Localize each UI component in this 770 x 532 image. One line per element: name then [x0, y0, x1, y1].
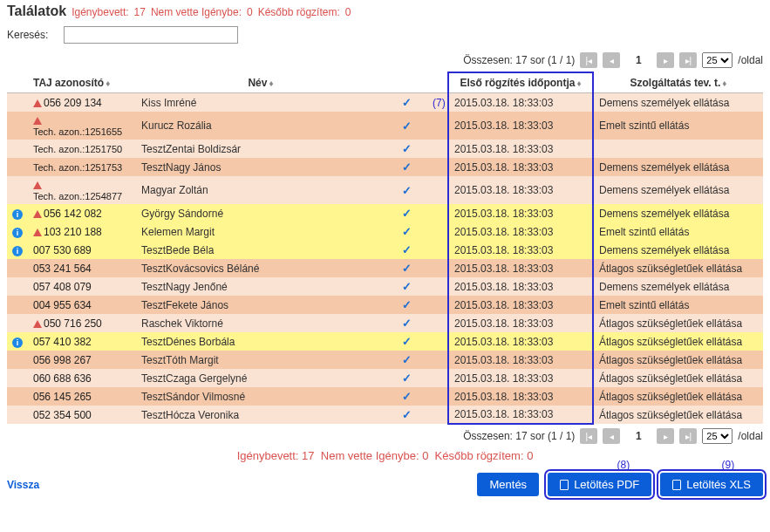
button-group: Mentés (8) Letöltés PDF (9) Letöltés XLS	[477, 473, 763, 496]
pager-last-button[interactable]: ▸|	[679, 428, 697, 444]
check-cell[interactable]: ✓	[385, 222, 427, 241]
check-cell[interactable]: ✓	[385, 241, 427, 259]
table-row[interactable]: 053 241 564TesztKovácsovics Béláné✓2015.…	[7, 259, 763, 277]
checkmark-icon: ✓	[402, 280, 412, 293]
info-cell[interactable]: i	[7, 222, 28, 241]
check-cell[interactable]: ✓	[385, 277, 427, 296]
annotation-cell	[427, 332, 448, 351]
pager-first-button[interactable]: |◂	[580, 52, 597, 68]
info-cell	[7, 387, 28, 406]
service-cell: Emelt szintű ellátás	[593, 222, 763, 241]
table-row[interactable]: 052 354 500TesztHócza Veronika✓2015.03.1…	[7, 406, 763, 424]
name-cell: Kurucz Rozália	[136, 112, 385, 140]
checkmark-icon: ✓	[402, 160, 412, 174]
pager-prev-button[interactable]: ◂	[603, 428, 620, 444]
checkmark-icon: ✓	[402, 317, 412, 330]
annotation-cell	[427, 176, 448, 204]
time-cell: 2015.03.18. 18:33:03	[448, 296, 593, 314]
bottom-bar: Vissza Mentés (8) Letöltés PDF (9) Letöl…	[7, 473, 763, 496]
table-row[interactable]: i056 142 082György Sándorné✓2015.03.18. …	[7, 204, 763, 222]
check-cell[interactable]: ✓	[385, 296, 427, 314]
table-row[interactable]: 056 145 265TesztSándor Vilmosné✓2015.03.…	[7, 387, 763, 406]
check-cell[interactable]: ✓	[385, 93, 427, 113]
col-name-header[interactable]: Név♦	[136, 72, 385, 93]
table-row[interactable]: i057 410 382TesztDénes Borbála✓2015.03.1…	[7, 332, 763, 351]
warning-icon	[33, 210, 42, 218]
time-cell: 2015.03.18. 18:33:03	[448, 140, 593, 158]
check-cell[interactable]: ✓	[385, 332, 427, 351]
checkmark-icon: ✓	[402, 142, 412, 155]
service-cell: Demens személyek ellátása	[593, 158, 763, 176]
annotation-cell	[427, 158, 448, 176]
download-pdf-button[interactable]: Letöltés PDF	[548, 473, 651, 496]
info-icon[interactable]: i	[12, 246, 23, 256]
pager-next-button[interactable]: ▸	[657, 52, 674, 68]
taj-text: 052 354 500	[33, 409, 92, 421]
pager-perpage-select[interactable]: 25	[702, 428, 733, 444]
table-row[interactable]: 056 209 134Kiss Imréné✓(7)2015.03.18. 18…	[7, 93, 763, 113]
info-cell	[7, 296, 28, 314]
stat-later-value: 0	[345, 6, 351, 18]
annotation-7: (7)	[433, 97, 446, 109]
info-cell	[7, 112, 28, 140]
table-row[interactable]: Tech. azon.:1251655Kurucz Rozália✓2015.0…	[7, 112, 763, 140]
table-row[interactable]: 057 408 079TesztNagy Jenőné✓2015.03.18. …	[7, 277, 763, 296]
col-time-header[interactable]: Első rögzítés időpontja♦	[448, 72, 593, 93]
check-cell[interactable]: ✓	[385, 140, 427, 158]
search-input[interactable]	[64, 26, 238, 44]
pager-last-button[interactable]: ▸|	[679, 52, 697, 68]
check-cell[interactable]: ✓	[385, 259, 427, 277]
col-taj-header[interactable]: TAJ azonosító♦	[28, 72, 136, 93]
save-button[interactable]: Mentés	[477, 473, 539, 496]
back-link[interactable]: Vissza	[7, 479, 39, 491]
service-cell: Emelt szintű ellátás	[593, 296, 763, 314]
pager-prev-button[interactable]: ◂	[603, 52, 620, 68]
table-row[interactable]: 004 955 634TesztFekete János✓2015.03.18.…	[7, 296, 763, 314]
table-row[interactable]: 050 716 250Raschek Viktorné✓2015.03.18. …	[7, 314, 763, 332]
info-icon[interactable]: i	[12, 228, 23, 238]
check-cell[interactable]: ✓	[385, 204, 427, 222]
service-cell: Átlagos szükségletűek ellátása	[593, 332, 763, 351]
sort-icon: ♦	[269, 78, 273, 88]
info-cell[interactable]: i	[7, 204, 28, 222]
info-cell	[7, 93, 28, 113]
check-cell[interactable]: ✓	[385, 406, 427, 424]
check-cell[interactable]: ✓	[385, 176, 427, 204]
taj-text: 004 955 634	[33, 299, 92, 311]
footer-stats: Igénybevett: 17 Nem vette Igénybe: 0 Kés…	[7, 449, 763, 462]
info-cell[interactable]: i	[7, 241, 28, 259]
stat-notused-value: 0	[247, 6, 253, 18]
col-check-header[interactable]: -	[385, 72, 427, 93]
table-row[interactable]: 056 998 267TesztTóth Margit✓2015.03.18. …	[7, 351, 763, 369]
pager-perpage-select[interactable]: 25	[702, 52, 733, 68]
taj-cell: 004 955 634	[28, 296, 136, 314]
check-cell[interactable]: ✓	[385, 387, 427, 406]
info-cell	[7, 176, 28, 204]
info-icon[interactable]: i	[12, 338, 23, 348]
table-row[interactable]: 060 688 636TesztCzaga Gergelyné✓2015.03.…	[7, 369, 763, 387]
taj-cell: Tech. azon.:1251655	[28, 112, 136, 140]
time-cell: 2015.03.18. 18:33:03	[448, 351, 593, 369]
table-row[interactable]: Tech. azon.:1251753TesztNagy János✓2015.…	[7, 158, 763, 176]
check-cell[interactable]: ✓	[385, 369, 427, 387]
pager-perpage-suffix: /oldal	[738, 54, 763, 66]
table-row[interactable]: i103 210 188Kelemen Margit✓2015.03.18. 1…	[7, 222, 763, 241]
pager-next-button[interactable]: ▸	[657, 428, 674, 444]
pager-first-button[interactable]: |◂	[580, 428, 597, 444]
table-row[interactable]: i007 530 689TesztBede Béla✓2015.03.18. 1…	[7, 241, 763, 259]
annotation-cell	[427, 222, 448, 241]
info-cell[interactable]: i	[7, 332, 28, 351]
check-cell[interactable]: ✓	[385, 351, 427, 369]
table-row[interactable]: Tech. azon.:1254877Magyar Zoltán✓2015.03…	[7, 176, 763, 204]
col-service-header[interactable]: Szolgáltatás tev. t.♦	[593, 72, 763, 93]
check-cell[interactable]: ✓	[385, 112, 427, 140]
service-cell: Demens személyek ellátása	[593, 277, 763, 296]
service-cell: Demens személyek ellátása	[593, 176, 763, 204]
check-cell[interactable]: ✓	[385, 314, 427, 332]
table-row[interactable]: Tech. azon.:1251750TesztZentai Boldizsár…	[7, 140, 763, 158]
download-xls-button[interactable]: Letöltés XLS	[660, 473, 763, 496]
checkmark-icon: ✓	[402, 298, 412, 311]
taj-cell: 057 410 382	[28, 332, 136, 351]
info-icon[interactable]: i	[12, 209, 23, 220]
check-cell[interactable]: ✓	[385, 158, 427, 176]
